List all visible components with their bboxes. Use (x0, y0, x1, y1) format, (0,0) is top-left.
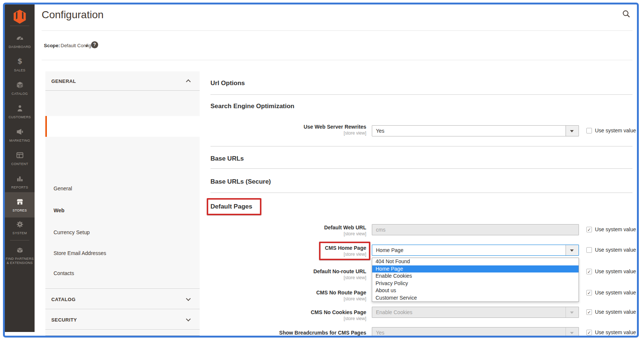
chevron-down-icon[interactable] (85, 45, 88, 47)
sidebar-item-dashboard[interactable]: DASHBOARD (5, 30, 35, 52)
dropdown-option-privacy-policy[interactable]: Privacy Policy (372, 280, 579, 287)
field-label-cms-no-route-page: CMS No Route Page [store view] (210, 290, 366, 302)
admin-sidebar: DASHBOARD $ SALES CATALOG CUSTOMERS MARK… (5, 4, 35, 332)
select-show-breadcrumbs[interactable]: Yes (372, 327, 579, 338)
chevron-down-icon (186, 296, 191, 301)
select-arrow-button[interactable] (566, 126, 579, 136)
sidebar-item-label: FIND PARTNERS (6, 257, 34, 261)
sidebar-item-label: CATALOG (12, 92, 28, 96)
chevron-down-icon (186, 316, 191, 321)
sidebar-item-catalog[interactable]: CATALOG (5, 77, 35, 99)
use-system-value-label: Use system value (595, 309, 636, 315)
sidebar-item-label: & EXTENSIONS (7, 261, 33, 265)
section-heading-url-options[interactable]: Url Options (210, 80, 245, 87)
section-divider (210, 168, 632, 169)
section-heading-seo[interactable]: Search Engine Optimization (210, 103, 294, 110)
nav-selected-highlight (45, 116, 200, 137)
toolbar-divider (42, 60, 632, 60)
nav-section-label: GENERAL (51, 78, 76, 84)
use-system-value-label: Use system value (595, 247, 636, 253)
search-icon[interactable] (622, 10, 631, 19)
select-cms-no-cookies-page[interactable]: Enable Cookies (372, 307, 579, 318)
dropdown-option-home-page[interactable]: Home Page (372, 265, 579, 273)
select-use-web-server-rewrites[interactable]: Yes (372, 125, 579, 136)
checkbox-use-system-rewrites[interactable] (586, 128, 592, 133)
section-heading-base-urls[interactable]: Base URLs (210, 155, 244, 162)
dropdown-option-about-us[interactable]: About us (372, 287, 579, 294)
sidebar-item-customers[interactable]: CUSTOMERS (5, 101, 35, 122)
help-icon[interactable]: ? (91, 41, 98, 48)
section-divider (210, 146, 632, 146)
select-cms-home-page[interactable]: Home Page (372, 245, 579, 256)
sidebar-item-label: REPORTS (11, 185, 28, 190)
nav-item-store-email-addresses[interactable]: Store Email Addresses (54, 250, 106, 256)
nav-section-security[interactable]: SECURITY (45, 310, 200, 330)
use-system-value-label: Use system value (595, 329, 636, 335)
field-label-show-breadcrumbs: Show Breadcrumbs for CMS Pages [store vi… (210, 330, 366, 338)
sidebar-divider (10, 26, 29, 26)
select-arrow-button (566, 307, 579, 317)
content-layout-icon (16, 151, 24, 161)
nav-general-items: General Web Currency Setup Store Email A… (45, 91, 200, 289)
checkbox-use-system-cms-no-cookies[interactable] (586, 309, 592, 315)
sidebar-item-sales[interactable]: $ SALES (5, 54, 35, 75)
svg-text:$: $ (17, 57, 22, 65)
dashboard-gauge-icon (16, 34, 24, 44)
sidebar-item-label: SYSTEM (13, 231, 27, 235)
chevron-up-icon (186, 79, 191, 84)
nav-item-currency-setup[interactable]: Currency Setup (54, 229, 90, 235)
header-divider (42, 30, 632, 31)
stores-storefront-icon (16, 197, 24, 207)
nav-item-general[interactable]: General (54, 185, 72, 191)
checkbox-use-system-default-web-url[interactable] (586, 227, 592, 232)
field-label-default-no-route-url: Default No-route URL [store view] (210, 268, 366, 281)
use-system-value-label: Use system value (595, 268, 636, 274)
sidebar-item-reports[interactable]: REPORTS (5, 171, 35, 193)
marketing-megaphone-icon (16, 128, 24, 138)
customers-person-icon (16, 104, 24, 114)
use-system-value-label: Use system value (595, 290, 636, 296)
select-arrow-button[interactable] (566, 245, 579, 255)
sidebar-divider (10, 240, 29, 241)
caret-down-icon (570, 249, 574, 252)
caret-down-icon (570, 332, 574, 334)
nav-section-general[interactable]: GENERAL (45, 71, 200, 91)
nav-item-contacts[interactable]: Contacts (54, 270, 74, 276)
input-default-web-url[interactable] (372, 224, 579, 235)
nav-item-web[interactable]: Web (54, 207, 64, 213)
dropdown-option-customer-service[interactable]: Customer Service (372, 294, 579, 302)
select-arrow-button (566, 328, 579, 338)
sidebar-item-content[interactable]: CONTENT (5, 148, 35, 169)
caret-down-icon (570, 130, 574, 132)
sidebar-item-label: MARKETING (9, 139, 30, 143)
dropdown-option-enable-cookies[interactable]: Enable Cookies (372, 272, 579, 280)
sidebar-item-system[interactable]: SYSTEM (5, 218, 35, 237)
sidebar-item-find-partners-extensions[interactable]: FIND PARTNERS & EXTENSIONS (5, 242, 35, 268)
scope-label: Scope: (44, 43, 60, 48)
nav-section-catalog[interactable]: CATALOG (45, 289, 200, 309)
sidebar-item-label: DASHBOARD (9, 45, 31, 49)
cms-home-page-dropdown-list: 404 Not Found Home Page Enable Cookies P… (372, 258, 579, 302)
reports-bars-icon (16, 174, 24, 184)
section-divider (210, 94, 632, 95)
nav-section-label: SECURITY (51, 317, 77, 322)
checkbox-use-system-default-no-route[interactable] (586, 269, 592, 274)
field-label-default-web-url: Default Web URL [store view] (210, 225, 366, 237)
screenshot-frame: DASHBOARD $ SALES CATALOG CUSTOMERS MARK… (3, 3, 639, 338)
section-heading-base-urls-secure[interactable]: Base URLs (Secure) (210, 178, 271, 185)
dropdown-option-404-not-found[interactable]: 404 Not Found (372, 258, 579, 265)
extensions-brick-icon (16, 246, 24, 256)
checkbox-use-system-breadcrumbs[interactable] (586, 330, 592, 335)
field-label-cms-home-page: CMS Home Page [store view] (210, 245, 366, 257)
sidebar-item-marketing[interactable]: MARKETING (5, 124, 35, 146)
magento-logo-icon[interactable] (12, 10, 27, 24)
sales-dollar-icon: $ (16, 57, 24, 67)
sidebar-item-label: CUSTOMERS (9, 115, 31, 119)
use-system-value-label: Use system value (595, 226, 636, 232)
checkbox-use-system-cms-no-route[interactable] (586, 290, 592, 296)
system-gear-icon (16, 220, 24, 230)
sidebar-item-stores[interactable]: STORES (5, 192, 35, 217)
section-heading-default-pages[interactable]: Default Pages (210, 203, 252, 210)
use-system-value-label: Use system value (595, 128, 636, 133)
checkbox-use-system-cms-home-page[interactable] (586, 247, 592, 253)
